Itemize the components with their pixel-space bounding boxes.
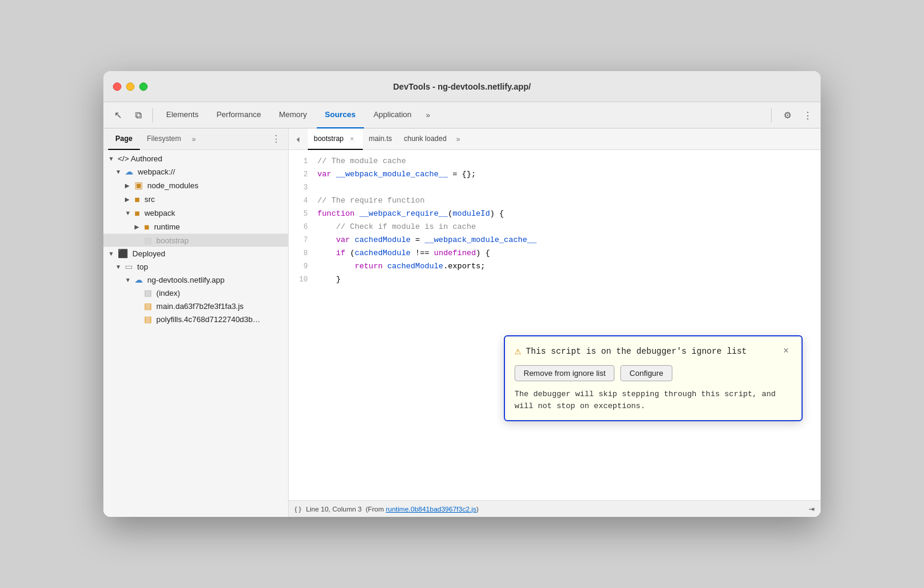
sidebar-tab-filesystem[interactable]: Filesystem (140, 128, 188, 150)
code-tab-main-ts[interactable]: main.ts (363, 128, 398, 150)
notification-header: ⚠ This script is on the debugger's ignor… (515, 345, 792, 358)
sidebar-options-icon[interactable]: ⋮ (269, 133, 283, 145)
cloud-icon: ☁ (134, 275, 143, 284)
tree-item-label: webpack (142, 209, 175, 218)
code-line-3: 3 (289, 181, 821, 194)
code-tabs: ⏴ bootstrap × main.ts chunk loaded » (289, 128, 821, 150)
sidebar: Page Filesystem » ⋮ ▼ </> Authored ▼ ☁ (103, 128, 289, 517)
sidebar-tab-page[interactable]: Page (108, 128, 140, 150)
main-tabbar: ↖ ⧉ Elements Performance Memory Sources … (103, 102, 821, 128)
window-title: DevTools - ng-devtools.netlify.app/ (393, 82, 531, 91)
code-tab-label: main.ts (369, 134, 392, 143)
spacer (134, 237, 142, 244)
tree-item-label: main.da63f7b2fe3f1fa3.js (154, 302, 244, 311)
configure-button[interactable]: Configure (620, 365, 672, 381)
tabs-more-button[interactable]: » (421, 111, 435, 120)
code-line-6: 6 // Check if module is in cache (289, 220, 821, 234)
source-link[interactable]: runtime.0b841bad3967f3c2.js (386, 506, 477, 513)
code-line-8: 8 if (cachedModule !== undefined) { (289, 247, 821, 260)
box-icon: ⬛ (118, 249, 128, 258)
tabbar-right-separator (771, 108, 772, 122)
devtools-window: DevTools - ng-devtools.netlify.app/ ↖ ⧉ … (103, 71, 821, 517)
tree-item-node-modules[interactable]: ▶ ▣ node_modules (103, 178, 288, 192)
folder-icon: ■ (134, 208, 140, 218)
notification-title: This script is on the debugger's ignore … (526, 345, 747, 358)
main-layout: Page Filesystem » ⋮ ▼ </> Authored ▼ ☁ (103, 128, 821, 517)
notification-actions: Remove from ignore list Configure (515, 365, 792, 381)
code-tab-label: bootstrap (314, 134, 344, 143)
tab-elements[interactable]: Elements (158, 102, 207, 128)
code-tabs-more-button[interactable]: » (452, 135, 464, 143)
format-icon[interactable]: ⇥ (809, 505, 815, 513)
code-line-4: 4 // The require function (289, 194, 821, 207)
tree-item-webpack-root[interactable]: ▼ ☁ webpack:// (103, 165, 288, 178)
sidebar-tabs: Page Filesystem » ⋮ (103, 128, 288, 150)
tree-item-label: Deployed (130, 249, 166, 258)
tabbar-right-actions: ⚙ ⋮ (767, 107, 816, 124)
tree-item-top[interactable]: ▼ ▭ top (103, 260, 288, 273)
remove-from-ignore-list-button[interactable]: Remove from ignore list (515, 365, 614, 381)
code-line-5: 5 function __webpack_require__(moduleId)… (289, 207, 821, 220)
status-position: Line 10, Column 3 (From runtime.0b841bad… (306, 506, 479, 513)
tree-item-label: runtime (152, 222, 180, 231)
code-line-1: 1 // The module cache (289, 155, 821, 168)
tree-item-label: node_modules (145, 181, 198, 190)
tree-item-ng-devtools[interactable]: ▼ ☁ ng-devtools.netlify.app (103, 273, 288, 286)
tree-item-src[interactable]: ▶ ■ src (103, 192, 288, 206)
code-editor[interactable]: 1 // The module cache 2 var __webpack_mo… (289, 150, 821, 500)
tab-sources[interactable]: Sources (317, 102, 364, 128)
tree-item-label: bootstrap (154, 236, 189, 245)
arrow-icon: ▶ (125, 196, 132, 203)
sidebar-tree: ▼ </> Authored ▼ ☁ webpack:// ▶ ▣ node_m… (103, 150, 288, 517)
tree-item-label: </> Authored (118, 154, 162, 163)
statusbar: { } Line 10, Column 3 (From runtime.0b84… (289, 500, 821, 517)
arrow-icon: ▼ (108, 155, 115, 162)
tab-separator (152, 108, 153, 122)
tree-item-label: ng-devtools.netlify.app (145, 275, 225, 284)
arrow-icon: ▼ (108, 250, 115, 257)
tab-performance[interactable]: Performance (208, 102, 269, 128)
collapse-sidebar-icon[interactable]: ⏴ (291, 132, 305, 146)
notification-close-button[interactable]: × (780, 345, 792, 357)
tree-item-main-js[interactable]: ▤ main.da63f7b2fe3f1fa3.js (103, 299, 288, 313)
cursor-icon[interactable]: ↖ (108, 106, 127, 125)
warning-icon: ⚠ (515, 345, 521, 358)
arrow-icon: ▶ (134, 223, 142, 230)
tree-item-polyfills[interactable]: ▤ polyfills.4c768d7122740d3b… (103, 313, 288, 326)
tree-item-webpack[interactable]: ▼ ■ webpack (103, 206, 288, 220)
code-tab-close-icon[interactable]: × (347, 134, 357, 143)
folder-icon: ▣ (134, 180, 143, 191)
layers-icon[interactable]: ⧉ (128, 106, 148, 125)
spacer (134, 303, 142, 310)
code-line-9: 9 return cachedModule.exports; (289, 260, 821, 273)
titlebar: DevTools - ng-devtools.netlify.app/ (103, 71, 821, 102)
arrow-icon: ▼ (115, 264, 123, 270)
tree-item-bootstrap[interactable]: ▤ bootstrap (103, 234, 288, 247)
notification-description: The debugger will skip stepping through … (515, 388, 792, 412)
tab-memory[interactable]: Memory (271, 102, 316, 128)
tab-application[interactable]: Application (365, 102, 420, 128)
tree-item-runtime[interactable]: ▶ ■ runtime (103, 220, 288, 234)
folder-icon: ■ (144, 222, 149, 232)
ignore-list-notification: ⚠ This script is on the debugger's ignor… (504, 335, 803, 421)
more-options-icon[interactable]: ⋮ (799, 107, 816, 124)
tree-item-authored[interactable]: ▼ </> Authored (103, 152, 288, 165)
file-icon: ▤ (144, 235, 152, 245)
sidebar-tabs-more[interactable]: » (188, 135, 200, 143)
minimize-button[interactable] (126, 82, 134, 91)
code-line-2: 2 var __webpack_module_cache__ = {}; (289, 168, 821, 181)
format-braces-icon[interactable]: { } (295, 506, 301, 513)
tree-item-label: (index) (154, 289, 180, 298)
folder-outline-icon: ▭ (125, 262, 133, 271)
maximize-button[interactable] (139, 82, 148, 91)
arrow-icon: ▼ (115, 169, 123, 175)
settings-icon[interactable]: ⚙ (779, 107, 796, 124)
tree-item-label: polyfills.4c768d7122740d3b… (154, 315, 261, 324)
close-button[interactable] (113, 82, 121, 91)
tree-item-deployed[interactable]: ▼ ⬛ Deployed (103, 247, 288, 260)
code-tab-bootstrap[interactable]: bootstrap × (308, 128, 363, 150)
tree-item-index[interactable]: ▤ (index) (103, 286, 288, 299)
code-tab-chunk-loaded[interactable]: chunk loaded (398, 128, 452, 150)
cloud-icon: ☁ (125, 167, 133, 176)
code-line-7: 7 var cachedModule = __webpack_module_ca… (289, 234, 821, 247)
